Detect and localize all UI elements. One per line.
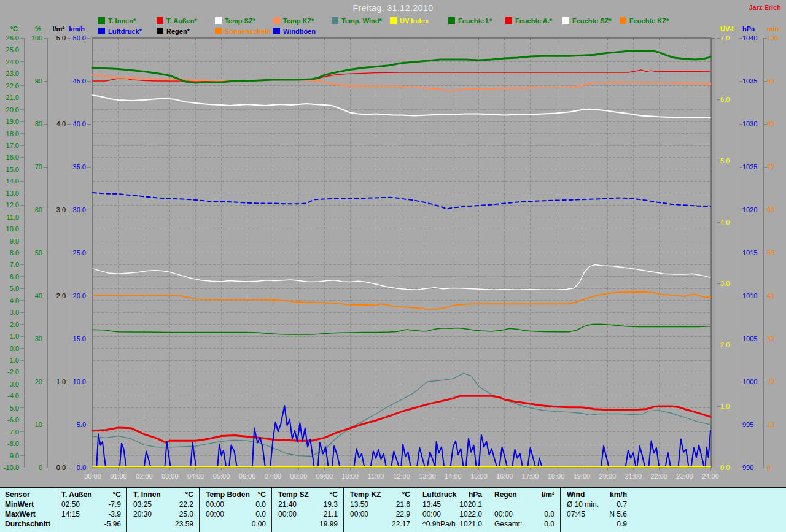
tick-label: 1.0	[720, 403, 730, 410]
tick-label: 20.0	[73, 292, 86, 299]
x-axis-label: 05:00	[213, 472, 230, 480]
value-number: 21.1	[324, 509, 338, 519]
sensor-unit: °C	[330, 490, 338, 499]
tick-label: -6.0	[7, 416, 19, 423]
tick-label: 5.0	[56, 34, 66, 42]
t-innen-swatch-icon	[98, 17, 105, 24]
legend-item-feuchte-sz: Feuchte SZ*	[562, 17, 612, 25]
axis-unit-label: min	[767, 25, 779, 33]
x-axis-label: 14:00	[445, 472, 462, 480]
table-group-t-aussen: T. Außen°C02:50-7.914:15-3.9-5.96	[55, 488, 126, 532]
tick-label: 1.0	[56, 378, 66, 385]
x-axis-label: 03:00	[161, 472, 179, 480]
x-axis-label: 24:00	[702, 472, 719, 480]
value-time: 14:15	[61, 509, 80, 519]
x-axis-label: 13:00	[419, 472, 436, 480]
tick-label: 3.0	[56, 206, 66, 214]
tick-label: 1030	[742, 120, 757, 128]
feuchte-sz-swatch-icon	[562, 17, 569, 24]
value-number: N 5.6	[609, 509, 627, 519]
table-group-t-innen: T. Innen°C03:2522.220:3025.023.59	[127, 488, 199, 532]
tick-label: 2.0	[56, 292, 66, 299]
table-row	[488, 499, 560, 509]
axis-unit-label: hPa	[742, 25, 755, 33]
tick-label: 0.0	[720, 464, 730, 471]
tick-label: 70	[767, 163, 774, 171]
sonnenschein-swatch-icon	[215, 28, 222, 34]
legend-label: Temp. Wind*	[341, 17, 382, 25]
table-group-header: Temp Boden°C	[200, 490, 271, 499]
tick-label: 5.0	[10, 285, 19, 292]
legend-label: Luftdruck*	[108, 28, 142, 35]
legend-label: T. Innen*	[108, 17, 136, 25]
table-group-header: Regenl/m²	[488, 490, 560, 499]
value-number: 1021.0	[459, 519, 482, 529]
x-axis-label: 15:00	[470, 472, 488, 480]
tick-label: 60	[35, 206, 42, 214]
value-time: 00:00	[278, 509, 297, 519]
table-row: 19.99	[272, 519, 343, 529]
tick-label: 5.0	[77, 421, 86, 428]
tick-label: 7.0	[10, 261, 19, 268]
sensor-name: Regen	[494, 490, 517, 499]
y-axis-c: 26.025.024.023.022.021.020.019.018.017.0…	[4, 25, 24, 471]
tick-label: 40.0	[73, 120, 86, 128]
tick-label: 60	[767, 206, 774, 214]
tick-label: 30.0	[73, 206, 86, 214]
x-axis-label: 16:00	[496, 472, 513, 480]
x-axis-label: 20:00	[599, 472, 617, 480]
table-row: 00:001022.0	[416, 509, 488, 519]
value-time: 00:00	[206, 499, 224, 509]
x-axis-label: 21:00	[625, 472, 642, 480]
y-axis-l-m: 5.04.03.02.01.00.0l/m²	[52, 25, 71, 471]
table-row: 00:000.0	[200, 509, 271, 519]
tick-label: -3.0	[7, 380, 19, 388]
regen-swatch-icon	[157, 28, 163, 34]
table-row: 13:451020.1	[416, 499, 488, 509]
tick-label: 3.0	[10, 309, 19, 316]
feuchte-a-swatch-icon	[505, 17, 512, 24]
x-axis-label: 01:00	[110, 472, 127, 480]
sensor-unit: °C	[185, 490, 193, 499]
tick-label: 30	[767, 335, 774, 342]
x-axis-label: 10:00	[341, 472, 359, 480]
tick-label: 23.0	[6, 70, 19, 77]
tick-label: 50	[767, 249, 774, 256]
table-row: ^0.9hPa/h1021.0	[416, 519, 488, 529]
value-time: 07:45	[567, 509, 585, 519]
value-number: 0.0	[255, 499, 266, 509]
tick-label: 25.0	[73, 249, 86, 256]
tick-label: 0	[39, 464, 42, 471]
legend-label: Temp SZ*	[225, 17, 255, 25]
feuchte-kz-swatch-icon	[620, 17, 626, 24]
table-row: 22.17	[344, 519, 416, 529]
x-axis: 00:0001:0002:0003:0004:0005:0006:0007:00…	[84, 472, 719, 480]
tick-label: 1025	[742, 163, 757, 171]
table-group-regen: Regenl/m²00:000.0Gesamt:0.0	[488, 488, 560, 532]
sensor-name: Temp SZ	[278, 490, 309, 499]
tick-label: 0.0	[10, 345, 19, 352]
series-windboen	[93, 406, 710, 466]
x-axis-label: 00:00	[84, 472, 101, 480]
table-row: 0.00	[200, 519, 271, 529]
tick-label: 90	[35, 77, 42, 85]
table-group-luftdruck: LuftdruckhPa13:451020.100:001022.0^0.9hP…	[416, 488, 488, 532]
value-number: 23.59	[175, 519, 193, 529]
value-time: 02:50	[61, 499, 80, 509]
value-number: -3.9	[108, 509, 121, 519]
table-group-temp-sz: Temp SZ°C21:4019.300:0021.119.99	[272, 488, 343, 532]
tick-label: 24.0	[6, 58, 19, 66]
legend-item-temp-sz: Temp SZ*	[215, 17, 255, 25]
legend-item-regen: Regen*	[157, 27, 190, 35]
value-time: 20:30	[133, 509, 152, 519]
value-time: 21:40	[278, 499, 297, 509]
sensor-unit: °C	[402, 490, 410, 499]
tick-label: 1000	[742, 378, 757, 385]
value-number: 25.0	[179, 509, 193, 519]
uv-index-swatch-icon	[390, 17, 397, 24]
value-number: 1022.0	[459, 509, 482, 519]
tick-label: 13.0	[6, 190, 19, 197]
plot-frame	[93, 38, 715, 470]
tick-label: 40	[767, 292, 774, 299]
legend-item-sonnenschein: Sonnenschein	[215, 27, 271, 35]
